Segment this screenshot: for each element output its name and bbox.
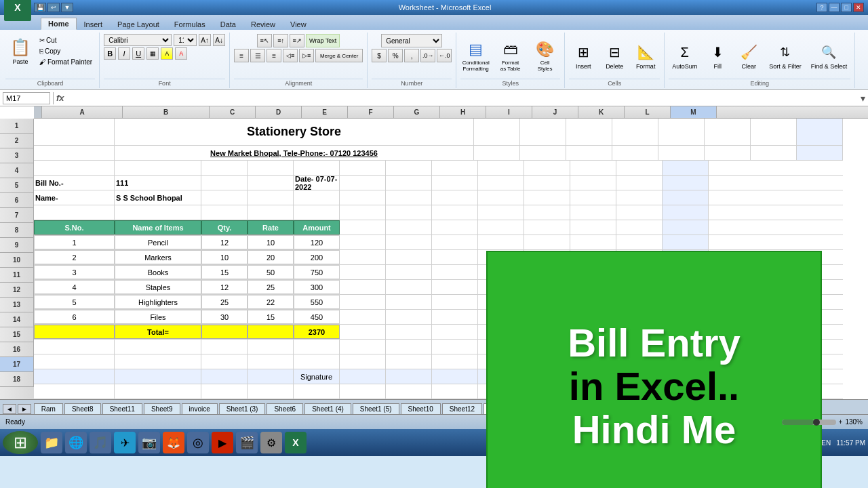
start-button[interactable]: ⊞ <box>3 431 38 454</box>
cell-F5[interactable] <box>340 190 386 205</box>
cell-H5[interactable] <box>432 190 478 205</box>
taskbar-media-btn[interactable]: 🎵 <box>90 432 111 453</box>
cell-B3[interactable] <box>115 161 201 175</box>
cell-F14[interactable] <box>340 325 386 339</box>
tab-sheet1-3[interactable]: Sheet1 (3) <box>219 403 266 414</box>
cell-B12[interactable]: Highlighters <box>115 295 201 309</box>
cell-I8[interactable] <box>478 235 524 249</box>
zoom-slider[interactable] <box>782 420 836 425</box>
cell-C9[interactable]: 10 <box>201 250 248 264</box>
tab-sheet11[interactable]: Sheet11 <box>102 403 142 414</box>
indent-less-btn[interactable]: ◁≡ <box>283 49 298 62</box>
col-header-I[interactable]: I <box>486 106 532 118</box>
col-header-J[interactable]: J <box>532 106 578 118</box>
taskbar-camera-btn[interactable]: 📷 <box>138 432 160 453</box>
delete-btn[interactable]: ⊟ Delete <box>600 39 629 72</box>
cell-E11[interactable]: 300 <box>294 280 340 294</box>
cell-A10[interactable]: 3 <box>34 265 115 279</box>
row-header-13[interactable]: 13 <box>0 298 34 312</box>
cell-C11[interactable]: 12 <box>201 280 248 294</box>
cell-D18[interactable] <box>248 384 294 399</box>
paste-button[interactable]: 📋 Paste <box>5 35 35 67</box>
cell-H9[interactable] <box>432 250 478 264</box>
tab-invoice[interactable]: invoice <box>182 403 218 414</box>
tab-home[interactable]: Home <box>41 18 77 30</box>
cell-G6[interactable] <box>386 205 432 220</box>
cell-F3[interactable] <box>340 161 386 175</box>
col-header-B[interactable]: B <box>123 106 210 118</box>
cell-F10[interactable] <box>340 265 386 279</box>
cell-E7[interactable]: Amount <box>294 220 340 235</box>
cell-K3[interactable] <box>570 161 616 175</box>
cell-G14[interactable] <box>386 325 432 339</box>
cell-I5[interactable] <box>478 190 524 205</box>
cell-A4[interactable]: Bill No.- <box>34 176 115 190</box>
row-header-6[interactable]: 6 <box>0 193 34 208</box>
cell-J4[interactable] <box>524 176 570 190</box>
cell-M2[interactable] <box>797 146 843 160</box>
cell-H15[interactable] <box>432 340 478 354</box>
row-header-14[interactable]: 14 <box>0 312 34 327</box>
underline-button[interactable]: U <box>132 47 144 60</box>
cell-A14[interactable] <box>34 325 115 339</box>
cell-G11[interactable] <box>386 280 432 294</box>
cell-M5[interactable] <box>663 190 709 205</box>
cell-G17[interactable] <box>386 369 432 384</box>
row-header-10[interactable]: 10 <box>0 253 34 268</box>
cell-G10[interactable] <box>386 265 432 279</box>
cell-E10[interactable]: 750 <box>294 265 340 279</box>
cell-G12[interactable] <box>386 295 432 309</box>
cell-D10[interactable]: 50 <box>248 265 294 279</box>
merge-center-btn[interactable]: Merge & Center <box>315 49 363 62</box>
cell-G4[interactable] <box>386 176 432 190</box>
cell-M7[interactable] <box>663 220 709 235</box>
cell-D3[interactable] <box>248 161 294 175</box>
percent-btn[interactable]: % <box>388 49 403 62</box>
cell-C16[interactable] <box>201 354 248 369</box>
cell-L3[interactable] <box>616 161 663 175</box>
col-header-F[interactable]: F <box>348 106 394 118</box>
row-header-18[interactable]: 18 <box>0 372 34 387</box>
cell-H14[interactable] <box>432 325 478 339</box>
decimal-increase-btn[interactable]: .0→ <box>420 49 435 62</box>
cell-I3[interactable] <box>478 161 524 175</box>
cell-G15[interactable] <box>386 340 432 354</box>
cell-C6[interactable] <box>201 205 248 220</box>
cell-D8[interactable]: 10 <box>248 235 294 249</box>
cell-D9[interactable]: 20 <box>248 250 294 264</box>
row-header-11[interactable]: 11 <box>0 268 34 283</box>
cell-E12[interactable]: 550 <box>294 295 340 309</box>
cell-D6[interactable] <box>248 205 294 220</box>
cell-I2[interactable] <box>612 146 658 160</box>
row-header-17[interactable]: 17 <box>0 357 34 372</box>
cell-K2[interactable] <box>705 146 751 160</box>
cell-K1[interactable] <box>705 119 751 145</box>
italic-button[interactable]: I <box>118 47 130 60</box>
cell-G16[interactable] <box>386 354 432 369</box>
autosum-btn[interactable]: Σ AutoSum <box>669 39 701 72</box>
cell-E8[interactable]: 120 <box>294 235 340 249</box>
row-header-8[interactable]: 8 <box>0 223 34 238</box>
cell-I1[interactable] <box>612 119 658 145</box>
align-left-btn[interactable]: ≡ <box>234 49 249 62</box>
cell-H1[interactable] <box>566 119 612 145</box>
taskbar-music2-btn[interactable]: 🎬 <box>236 432 258 453</box>
formula-expand-btn[interactable]: ▾ <box>861 93 865 104</box>
row-header-12[interactable]: 12 <box>0 283 34 298</box>
formula-input[interactable] <box>67 92 858 104</box>
tab-pagelayout[interactable]: Page Layout <box>110 18 167 30</box>
cell-F16[interactable] <box>340 354 386 369</box>
cell-F12[interactable] <box>340 295 386 309</box>
sort-btn[interactable]: ⇅ Sort & Filter <box>766 39 805 72</box>
cell-C5[interactable] <box>201 190 248 205</box>
quick-dropdown-btn[interactable]: ▼ <box>61 3 73 12</box>
comma-btn[interactable]: , <box>404 49 419 62</box>
cell-L6[interactable] <box>616 205 663 220</box>
cell-J7[interactable] <box>524 220 570 235</box>
corner-btn[interactable] <box>34 106 42 118</box>
cell-F8[interactable] <box>340 235 386 249</box>
col-header-L[interactable]: L <box>625 106 671 118</box>
quick-save-btn[interactable]: 💾 <box>34 3 46 12</box>
cell-H7[interactable] <box>432 220 478 235</box>
tab-sheet1-4[interactable]: Sheet1 (4) <box>304 403 351 414</box>
